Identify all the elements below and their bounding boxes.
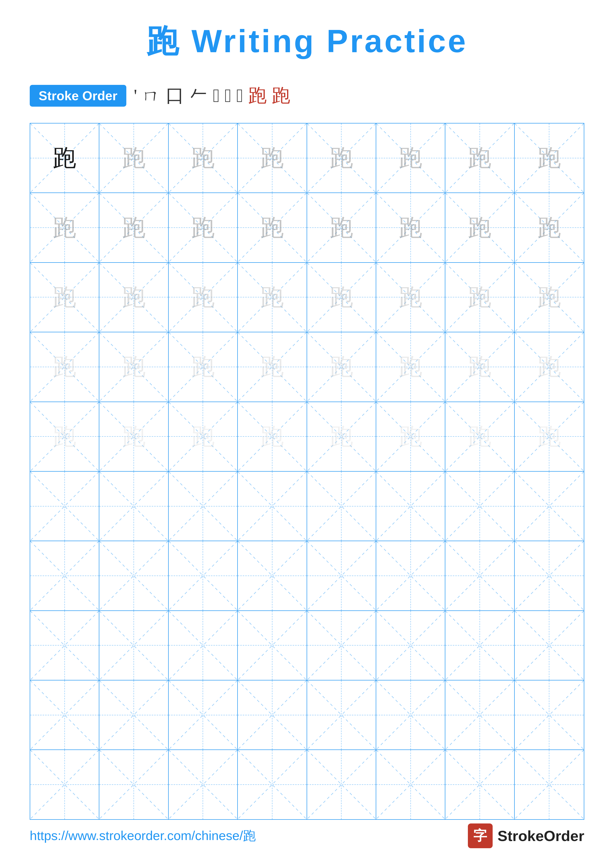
grid-cell: 跑: [30, 263, 99, 332]
footer: https://www.strokeorder.com/chinese/跑 字 …: [30, 823, 584, 848]
grid-cell: [307, 611, 376, 680]
grid-cell: [307, 750, 376, 819]
grid-cell: 跑: [307, 124, 376, 192]
grid-cell: [307, 680, 376, 749]
grid-row: [30, 471, 584, 541]
grid-cell: 跑: [99, 402, 168, 471]
svg-line-142: [515, 680, 584, 749]
svg-line-139: [376, 680, 445, 749]
practice-char: 跑: [330, 355, 353, 378]
svg-line-101: [169, 541, 237, 610]
practice-char: 跑: [260, 146, 284, 170]
practice-char: 跑: [122, 355, 146, 378]
grid-cell: [445, 680, 515, 749]
svg-line-94: [515, 471, 584, 541]
practice-char: 跑: [53, 285, 76, 309]
svg-line-159: [515, 750, 584, 819]
svg-line-104: [307, 541, 376, 610]
svg-line-132: [169, 680, 237, 749]
grid-cell: [238, 611, 307, 680]
practice-char: 跑: [330, 425, 353, 448]
svg-line-83: [99, 471, 168, 541]
grid-cell: 跑: [515, 193, 584, 262]
grid-row: 跑 跑 跑 跑 跑 跑 跑 跑: [30, 124, 584, 193]
stroke-order-badge: Stroke Order: [30, 85, 126, 107]
brand-icon: 字: [468, 823, 493, 848]
svg-line-86: [238, 471, 306, 541]
stroke-order-row: Stroke Order 'ㄇ口𠂉𠂇𠂌𤴓跑跑: [30, 83, 584, 108]
grid-cell: [515, 680, 584, 749]
svg-line-90: [376, 471, 445, 541]
grid-cell: [307, 471, 376, 541]
svg-line-144: [30, 750, 99, 819]
svg-line-155: [376, 750, 445, 819]
svg-line-80: [30, 471, 99, 541]
svg-line-147: [99, 750, 168, 819]
svg-line-131: [99, 680, 168, 749]
svg-line-88: [307, 471, 376, 541]
svg-line-85: [169, 471, 237, 541]
practice-char: 跑: [260, 216, 284, 240]
practice-char: 跑: [538, 146, 561, 170]
svg-line-124: [445, 611, 514, 680]
svg-line-117: [169, 611, 237, 680]
grid-cell: 跑: [238, 263, 307, 332]
grid-cell: [238, 471, 307, 541]
grid-cell: 跑: [445, 193, 515, 262]
svg-line-127: [515, 611, 584, 680]
grid-cell: [515, 471, 584, 541]
grid-cell: 跑: [515, 124, 584, 192]
grid-cell: [169, 750, 238, 819]
svg-line-95: [515, 471, 584, 541]
svg-line-150: [238, 750, 306, 819]
grid-cell: 跑: [307, 332, 376, 401]
grid-cell: 跑: [445, 332, 515, 401]
grid-cell: 跑: [515, 402, 584, 471]
practice-char: 跑: [468, 425, 491, 448]
svg-line-137: [307, 680, 376, 749]
svg-line-87: [238, 471, 306, 541]
svg-line-153: [307, 750, 376, 819]
grid-cell: 跑: [30, 402, 99, 471]
practice-char: 跑: [191, 425, 215, 448]
svg-line-134: [238, 680, 306, 749]
practice-char: 跑: [191, 355, 215, 378]
svg-line-105: [307, 541, 376, 610]
grid-row: 跑 跑 跑 跑 跑 跑 跑 跑: [30, 263, 584, 332]
svg-line-113: [30, 611, 99, 680]
svg-line-114: [99, 611, 168, 680]
grid-row: 跑 跑 跑 跑 跑 跑 跑 跑: [30, 193, 584, 262]
svg-line-125: [445, 611, 514, 680]
grid-cell: [515, 541, 584, 610]
svg-line-112: [30, 611, 99, 680]
svg-line-141: [445, 680, 514, 749]
grid-cell: 跑: [30, 124, 99, 192]
grid-cell: 跑: [169, 332, 238, 401]
practice-char: 跑: [330, 216, 353, 240]
grid-cell: 跑: [445, 402, 515, 471]
grid-cell: [445, 471, 515, 541]
grid-row: [30, 611, 584, 680]
svg-line-84: [169, 471, 237, 541]
grid-cell: 跑: [238, 193, 307, 262]
grid-cell: [169, 680, 238, 749]
practice-char: 跑: [468, 216, 491, 240]
grid-cell: [30, 611, 99, 680]
grid-cell: 跑: [169, 124, 238, 192]
grid-cell: 跑: [99, 193, 168, 262]
page-title: 跑 Writing Practice: [30, 20, 584, 64]
svg-line-111: [515, 541, 584, 610]
practice-char: 跑: [399, 285, 422, 309]
stroke-step-7: 跑: [248, 83, 267, 108]
grid-cell: 跑: [515, 263, 584, 332]
practice-char: 跑: [53, 355, 76, 378]
grid-cell: 跑: [376, 124, 445, 192]
svg-line-103: [238, 541, 306, 610]
grid-cell: [30, 750, 99, 819]
svg-line-97: [30, 541, 99, 610]
grid-row: 跑 跑 跑 跑 跑 跑 跑 跑: [30, 332, 584, 402]
svg-line-149: [169, 750, 237, 819]
practice-char: 跑: [191, 285, 215, 309]
stroke-step-6: 𤴓: [236, 85, 243, 106]
practice-char: 跑: [399, 425, 422, 448]
